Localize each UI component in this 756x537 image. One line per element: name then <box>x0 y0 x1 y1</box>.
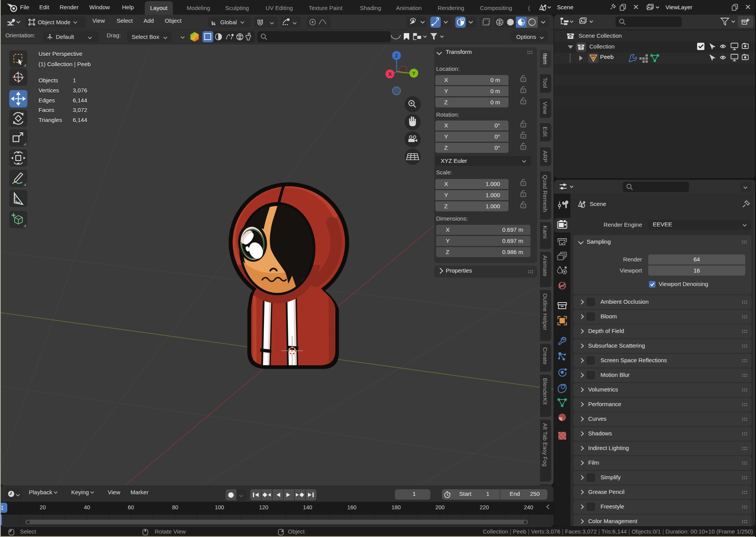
svg-text:Y: Y <box>412 70 416 76</box>
svg-text:Z: Z <box>395 53 398 59</box>
svg-text:X: X <box>388 71 392 77</box>
